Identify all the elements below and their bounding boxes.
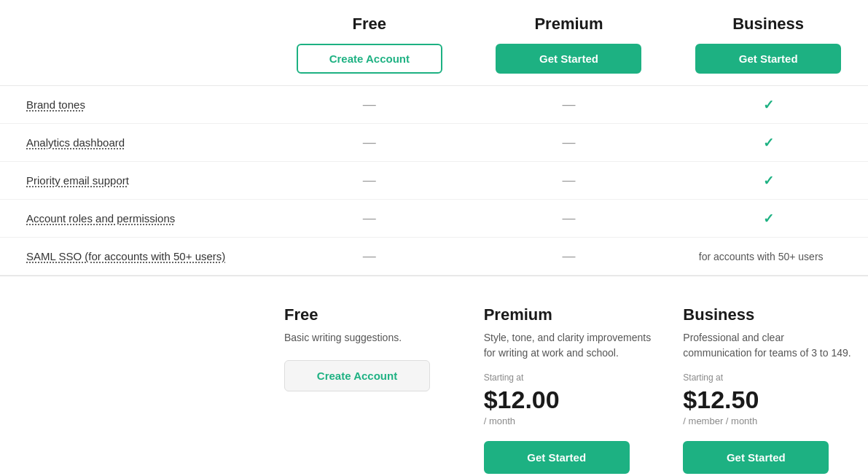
premium-plan-title: Premium <box>534 15 603 34</box>
dash-icon: — <box>562 249 575 264</box>
dash-icon: — <box>363 173 376 188</box>
feature-row-brand-tones: Brand tones — — ✓ <box>0 86 868 124</box>
header-free: Free Create Account <box>270 15 469 74</box>
dash-icon: — <box>562 173 575 188</box>
dash-icon: — <box>363 211 376 226</box>
feature-free-saml-sso: — <box>270 249 469 264</box>
premium-price-period: / month <box>484 415 654 426</box>
feature-row-analytics: Analytics dashboard — — ✓ <box>0 124 868 162</box>
feature-free-account-roles: — <box>270 211 469 226</box>
feature-free-analytics: — <box>270 135 469 150</box>
dash-icon: — <box>363 249 376 264</box>
premium-get-started-bottom-button[interactable]: Get Started <box>484 441 630 474</box>
header-row: Free Create Account Premium Get Started … <box>0 0 868 86</box>
feature-premium-priority-email: — <box>469 173 669 188</box>
bottom-empty-cell <box>0 305 270 474</box>
dash-icon: — <box>363 135 376 150</box>
check-icon: ✓ <box>763 211 774 227</box>
plans-grid: Free Basic writing suggestions. Create A… <box>0 305 868 474</box>
check-icon: ✓ <box>763 135 774 151</box>
saml-sso-business-text: for accounts with 50+ users <box>699 251 838 262</box>
business-plan-detail-name: Business <box>683 305 853 324</box>
check-icon: ✓ <box>763 97 774 113</box>
pricing-table: Free Create Account Premium Get Started … <box>0 0 868 476</box>
free-create-account-button[interactable]: Create Account <box>297 44 442 74</box>
feature-business-priority-email: ✓ <box>668 173 868 189</box>
feature-premium-account-roles: — <box>469 211 669 226</box>
feature-label-priority-email: Priority email support <box>0 174 270 187</box>
premium-plan-detail-name: Premium <box>484 305 654 324</box>
premium-starting-at: Starting at <box>484 372 654 383</box>
header-premium: Premium Get Started <box>469 15 669 74</box>
feature-premium-saml-sso: — <box>469 249 669 264</box>
feature-label-brand-tones: Brand tones <box>0 98 270 111</box>
dash-icon: — <box>363 97 376 112</box>
business-get-started-button[interactable]: Get Started <box>695 44 841 74</box>
premium-plan-detail: Premium Style, tone, and clarity improve… <box>469 305 669 474</box>
dash-icon: — <box>562 211 575 226</box>
dash-icon: — <box>562 135 575 150</box>
premium-get-started-button[interactable]: Get Started <box>496 44 641 74</box>
feature-rows: Brand tones — — ✓ Analytics dashboard — … <box>0 86 868 276</box>
business-plan-title: Business <box>732 15 804 34</box>
free-plan-description: Basic writing suggestions. <box>284 330 455 346</box>
feature-row-account-roles: Account roles and permissions — — ✓ <box>0 200 868 238</box>
feature-free-priority-email: — <box>270 173 469 188</box>
feature-business-brand-tones: ✓ <box>668 97 868 113</box>
free-create-account-bottom-button[interactable]: Create Account <box>284 360 430 391</box>
business-plan-detail: Business Professional and clear communic… <box>668 305 868 474</box>
header-empty-cell <box>0 15 270 74</box>
feature-premium-brand-tones: — <box>469 97 669 112</box>
business-plan-description: Professional and clear communication for… <box>683 330 853 361</box>
premium-plan-description: Style, tone, and clarity improvements fo… <box>484 330 654 361</box>
free-plan-title: Free <box>353 15 386 34</box>
feature-business-account-roles: ✓ <box>668 211 868 227</box>
business-price: $12.50 <box>683 386 853 414</box>
feature-business-saml-sso: for accounts with 50+ users <box>668 251 868 262</box>
feature-label-analytics: Analytics dashboard <box>0 136 270 149</box>
feature-free-brand-tones: — <box>270 97 469 112</box>
feature-business-analytics: ✓ <box>668 135 868 151</box>
header-business: Business Get Started <box>668 15 868 74</box>
premium-plan-button-wrap: Get Started <box>484 441 654 474</box>
business-price-period: / member / month <box>683 415 853 426</box>
feature-row-priority-email: Priority email support — — ✓ <box>0 162 868 200</box>
business-starting-at: Starting at <box>683 372 853 383</box>
free-plan-detail: Free Basic writing suggestions. Create A… <box>270 305 469 474</box>
feature-label-account-roles: Account roles and permissions <box>0 212 270 225</box>
feature-row-saml-sso: SAML SSO (for accounts with 50+ users) —… <box>0 238 868 276</box>
bottom-section: Free Basic writing suggestions. Create A… <box>0 276 868 476</box>
dash-icon: — <box>562 97 575 112</box>
feature-premium-analytics: — <box>469 135 669 150</box>
free-plan-button-wrap: Create Account <box>284 360 455 391</box>
business-get-started-bottom-button[interactable]: Get Started <box>683 441 829 474</box>
feature-label-saml-sso: SAML SSO (for accounts with 50+ users) <box>0 250 270 262</box>
premium-price: $12.00 <box>484 386 654 414</box>
free-plan-detail-name: Free <box>284 305 455 324</box>
business-plan-button-wrap: Get Started <box>683 441 853 474</box>
check-icon: ✓ <box>763 173 774 189</box>
